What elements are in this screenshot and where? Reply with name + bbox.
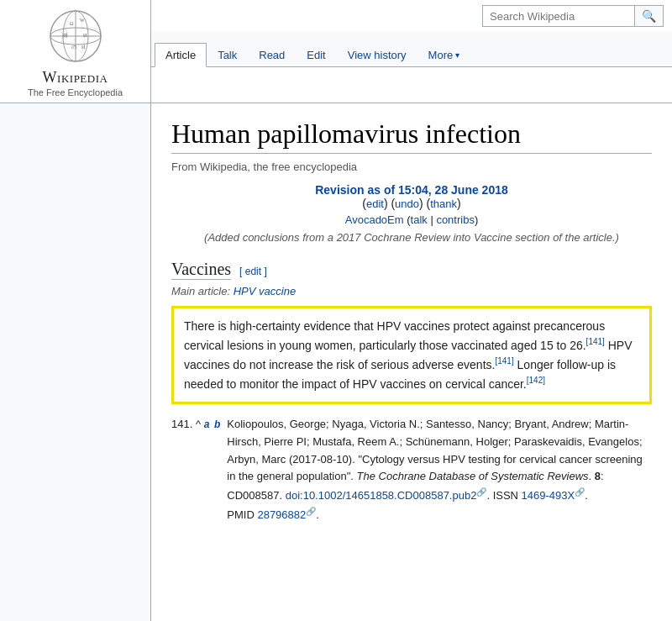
chevron-down-icon: ▾ [455,50,459,60]
reference-141: 141. ^ a b Koliopoulos, George; Nyaga, V… [171,416,652,524]
tab-more[interactable]: More ▾ [417,43,471,67]
vaccines-section-header: Vaccines [ edit ] [171,260,652,280]
sidebar [0,103,151,621]
pmid-ext-icon: 🔗 [306,507,316,516]
revision-edit-link[interactable]: edit [366,197,384,210]
main-content: Human papillomavirus infection From Wiki… [151,103,672,621]
revision-summary: (Added conclusions from a 2017 Cochrane … [171,229,652,246]
nav-area: 🔍 Article Talk Read Edit View history Mo… [151,0,672,103]
ref-141a-letter[interactable]: a [204,418,210,430]
revision-talk-link[interactable]: talk [411,213,428,226]
revision-undo-link[interactable]: undo [395,197,419,210]
ref-141a-sup: [141] [586,337,605,346]
doi-ext-icon: 🔗 [476,487,486,497]
vaccines-section-edit: [ edit ] [239,266,267,277]
logo-area: Ω W 維 И の И Wikipedia The Free Encyclope… [0,0,151,103]
svg-text:W: W [80,18,85,23]
tab-article[interactable]: Article [155,43,207,67]
svg-text:И: И [81,45,86,50]
ref-141-text: Koliopoulos, George; Nyaga, Victoria N.;… [227,416,652,524]
from-line: From Wikipedia, the free encyclopedia [171,161,652,173]
revision-heading-link[interactable]: Revision as of 15:04, 28 June 2018 [315,183,508,197]
site-header: Ω W 維 И の И Wikipedia The Free Encyclope… [0,0,672,103]
page-title: Human papillomavirus infection [171,118,652,154]
references-section: 141. ^ a b Koliopoulos, George; Nyaga, V… [171,416,652,524]
tab-talk[interactable]: Talk [207,43,248,67]
svg-text:の: の [71,45,76,50]
tab-view-history[interactable]: View history [337,43,417,67]
search-row: 🔍 [151,0,672,32]
ref-141b-letter[interactable]: b [214,418,220,430]
ref-141a-link[interactable]: [141] [586,337,605,346]
site-title: Wikipedia [43,69,108,87]
ref-141-pmid-link[interactable]: 28796882 [257,509,306,522]
ref-141-doi[interactable]: doi:10.1002/14651858.CD008587.pub2 [286,490,477,503]
ref-142-sup: [142] [527,376,545,385]
ref-141-issn: ISSN [493,490,522,503]
revision-thank-link[interactable]: thank [430,197,457,210]
revision-box: Revision as of 15:04, 28 June 2018 (edit… [171,183,652,246]
vaccines-section-title: Vaccines [171,260,231,280]
ref-141b-sup: [141] [495,356,513,366]
ref-141-issn-link[interactable]: 1469-493X [522,490,575,503]
highlighted-paragraph: There is high-certainty evidence that HP… [171,306,652,405]
para-text-1: There is high-certainty evidence that HP… [184,319,605,352]
wikipedia-globe-icon: Ω W 維 И の И [46,7,105,66]
issn-ext-icon: 🔗 [575,487,585,497]
revision-links: (edit) (undo) (thank) [171,197,652,210]
main-article-line: Main article: HPV vaccine [171,285,652,297]
svg-text:維: 維 [62,33,68,38]
svg-text:Ω: Ω [70,21,74,26]
svg-text:И: И [83,33,87,38]
tabs-row: Article Talk Read Edit View history More… [151,32,672,67]
ref-141b-link[interactable]: [141] [495,356,513,366]
revision-heading: Revision as of 15:04, 28 June 2018 [171,183,652,197]
site-tagline: The Free Encyclopedia [28,87,123,97]
search-box: 🔍 [482,5,664,27]
ref-141-number: 141. ^ a b [171,416,222,524]
revision-user: AvocadoEm (talk | contribs) [171,213,652,226]
revision-user-link[interactable]: AvocadoEm [345,213,404,226]
ref-141-letters: a b [204,418,223,430]
ref-141-pmid-label: PMID [227,509,257,522]
ref-141-date: (2017-08-10). [289,453,358,466]
ref-142-link[interactable]: [142] [527,376,545,385]
tab-edit[interactable]: Edit [296,43,336,67]
ref-141-journal: The Cochrane Database of Systematic Revi… [357,470,589,482]
search-input[interactable] [483,7,634,26]
revision-contribs-link[interactable]: contribs [436,213,475,226]
vaccines-edit-link[interactable]: [ edit ] [239,266,267,277]
hpv-vaccine-link[interactable]: HPV vaccine [234,285,296,297]
tab-read[interactable]: Read [248,43,296,67]
main-article-prefix: Main article: [171,285,234,297]
content-wrapper: Human papillomavirus infection From Wiki… [0,103,672,621]
search-button[interactable]: 🔍 [634,6,663,26]
